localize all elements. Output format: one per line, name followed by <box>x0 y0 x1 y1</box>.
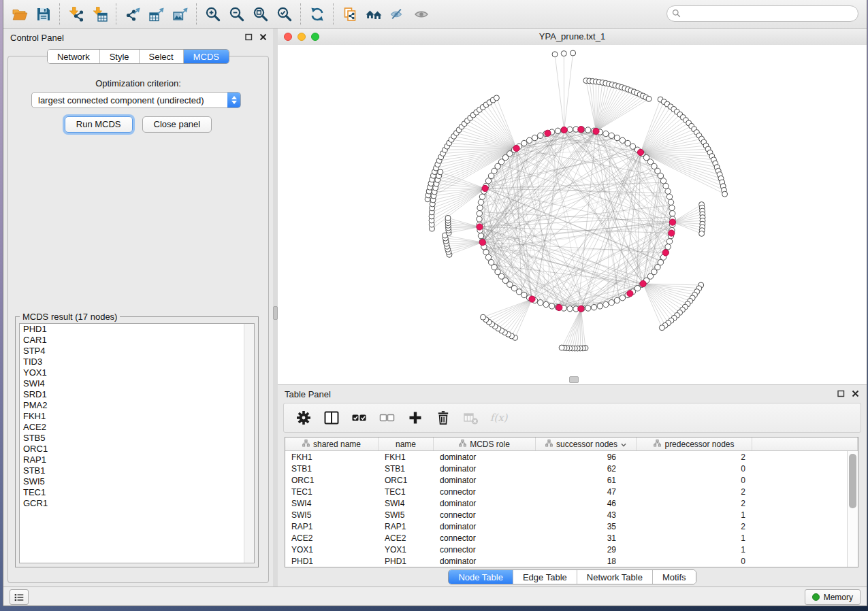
close-table-panel-icon[interactable] <box>851 389 860 398</box>
tab-network[interactable]: Network <box>48 50 100 63</box>
table-row[interactable]: SWI4SWI4dominator462 <box>285 497 848 509</box>
chevron-down-icon <box>621 440 626 449</box>
tab-edge-table[interactable]: Edge Table <box>513 570 577 584</box>
control-panel-tabs: NetworkStyleSelectMCDS <box>3 49 273 64</box>
cell-predecessor-nodes: 0 <box>637 464 752 474</box>
import-table-icon[interactable] <box>88 3 112 25</box>
zoom-fit-icon[interactable] <box>248 3 272 25</box>
mcds-result-item[interactable]: SWI5 <box>20 476 254 487</box>
tree-icon <box>302 440 310 449</box>
float-table-panel-icon[interactable] <box>837 389 846 398</box>
column-header-predecessor-nodes[interactable]: predecessor nodes <box>637 437 752 450</box>
desktop-background: Control Panel NetworkStyleSelectMCDS Opt… <box>0 0 868 611</box>
mcds-result-item[interactable]: STP4 <box>20 346 254 357</box>
mcds-result-item[interactable]: TEC1 <box>20 487 254 498</box>
network-canvas[interactable] <box>278 45 867 384</box>
control-panel-header: Control Panel <box>3 29 273 46</box>
network-window-title: YPA_prune.txt_1 <box>278 31 867 42</box>
table-row[interactable]: SWI5SWI5connector431 <box>285 509 848 521</box>
memory-label: Memory <box>824 593 853 602</box>
hide-selected-icon[interactable] <box>385 3 409 25</box>
mcds-result-item[interactable]: STB5 <box>20 433 254 444</box>
mcds-result-item[interactable]: SWI4 <box>20 378 254 389</box>
mcds-result-item[interactable]: YOX1 <box>20 367 254 378</box>
column-header-successor-nodes[interactable]: successor nodes <box>536 437 637 450</box>
column-header-MCDS-role[interactable]: MCDS role <box>434 437 536 450</box>
mcds-result-item[interactable]: PHD1 <box>20 324 254 335</box>
table-row[interactable]: FKH1FKH1dominator962 <box>285 451 848 463</box>
tree-icon <box>545 440 553 449</box>
toolbar-separator <box>196 3 197 25</box>
refresh-view-icon[interactable] <box>305 3 329 25</box>
cell-MCDS-role: dominator <box>434 476 536 485</box>
search-input[interactable] <box>666 5 858 22</box>
table-row[interactable]: STB1STB1dominator620 <box>285 463 848 474</box>
tab-motifs[interactable]: Motifs <box>653 570 696 584</box>
split-columns-icon[interactable] <box>321 408 342 427</box>
mcds-result-item[interactable]: CAR1 <box>20 335 254 346</box>
table-scrollbar-thumb[interactable] <box>849 454 856 508</box>
cell-successor-nodes: 62 <box>536 464 637 474</box>
delete-table-icon <box>461 408 481 427</box>
mcds-result-item[interactable]: GCR1 <box>20 498 254 509</box>
mcds-result-item[interactable]: SRD1 <box>20 389 254 400</box>
table-row[interactable]: ACE2ACE2connector311 <box>285 532 848 544</box>
gear-icon[interactable] <box>293 408 314 427</box>
table-row[interactable]: PHD1PHD1dominator180 <box>285 555 848 567</box>
tab-select[interactable]: Select <box>140 50 184 63</box>
memory-button[interactable]: Memory <box>805 589 861 605</box>
tab-mcds[interactable]: MCDS <box>184 50 229 63</box>
run-mcds-button[interactable]: Run MCDS <box>65 116 133 133</box>
task-history-button[interactable] <box>10 589 29 605</box>
optimization-criterion-select[interactable]: largest connected component (undirected) <box>31 92 241 108</box>
mcds-result-item[interactable]: TID3 <box>20 357 254 367</box>
mcds-result-item[interactable]: ACE2 <box>20 422 254 433</box>
mcds-result-group: MCDS result (17 nodes) PHD1CAR1STP4TID3Y… <box>15 316 259 567</box>
column-header-name[interactable]: name <box>379 437 434 450</box>
tab-network-table[interactable]: Network Table <box>577 570 653 584</box>
canvas-scroll-handle[interactable] <box>569 376 579 383</box>
zoom-out-icon[interactable] <box>225 3 248 25</box>
select-all-icon[interactable] <box>349 408 370 427</box>
zoom-in-icon[interactable] <box>201 3 225 25</box>
table-toolbar: f(x) <box>283 403 861 433</box>
float-panel-icon[interactable] <box>244 33 253 42</box>
mcds-result-item[interactable]: PMA2 <box>20 400 254 411</box>
cell-successor-nodes: 46 <box>536 499 637 508</box>
open-file-icon[interactable] <box>7 3 31 25</box>
close-panel-button[interactable]: Close panel <box>142 116 212 133</box>
export-image-icon[interactable] <box>168 3 192 25</box>
mcds-result-item[interactable]: RAP1 <box>20 455 254 465</box>
search-box <box>666 5 858 22</box>
first-neighbors-icon[interactable] <box>361 3 385 25</box>
cell-successor-nodes: 96 <box>536 452 637 462</box>
tab-style[interactable]: Style <box>100 50 140 63</box>
result-list-scrollbar[interactable] <box>244 324 254 563</box>
split-divider-vertical[interactable] <box>273 29 278 587</box>
mcds-result-item[interactable]: FKH1 <box>20 411 254 422</box>
import-network-icon[interactable] <box>64 3 88 25</box>
zoom-selected-icon[interactable] <box>272 3 296 25</box>
cell-MCDS-role: dominator <box>434 452 536 462</box>
add-row-icon[interactable] <box>405 408 425 427</box>
toolbar-separator <box>59 3 60 25</box>
deselect-all-icon[interactable] <box>377 408 398 427</box>
delete-row-icon[interactable] <box>433 408 453 427</box>
table-row[interactable]: ORC1ORC1dominator610 <box>285 474 848 486</box>
show-all-icon[interactable] <box>409 3 433 25</box>
divider-handle-icon[interactable] <box>273 306 278 320</box>
column-header-shared-name[interactable]: shared name <box>285 437 379 450</box>
mcds-result-item[interactable]: ORC1 <box>20 444 254 455</box>
table-row[interactable]: YOX1YOX1connector291 <box>285 544 848 555</box>
table-scrollbar[interactable] <box>847 451 858 567</box>
save-session-icon[interactable] <box>31 3 55 25</box>
mcds-result-item[interactable]: STB1 <box>20 465 254 476</box>
clone-network-icon[interactable] <box>338 3 361 25</box>
table-row[interactable]: TEC1TEC1connector472 <box>285 486 848 497</box>
cell-predecessor-nodes: 0 <box>637 557 752 566</box>
close-panel-icon[interactable] <box>259 33 268 42</box>
tab-node-table[interactable]: Node Table <box>449 570 513 584</box>
export-network-icon[interactable] <box>120 3 144 25</box>
table-row[interactable]: RAP1RAP1dominator352 <box>285 521 848 532</box>
export-table-icon[interactable] <box>144 3 168 25</box>
